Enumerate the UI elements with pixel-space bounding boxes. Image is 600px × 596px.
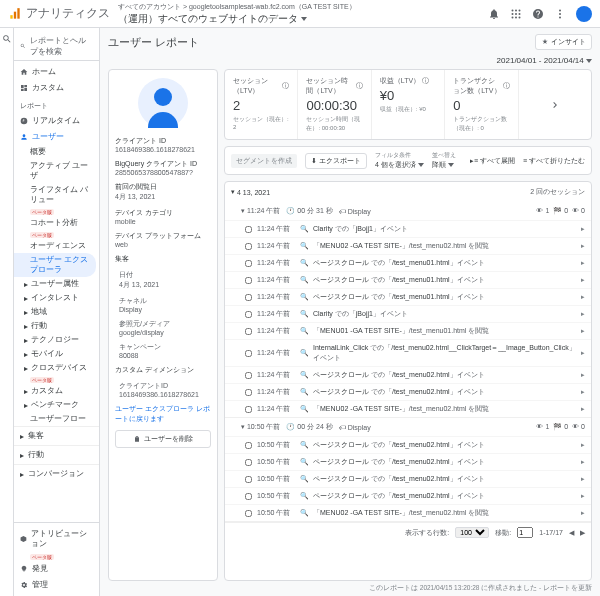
search-icon[interactable] (2, 34, 12, 44)
nav-user[interactable]: ユーザー (14, 129, 99, 145)
nav-user-attr[interactable]: ▸ ユーザー属性 (14, 277, 99, 291)
explorer-back-link[interactable]: ユーザー エクスプローラ レポートに戻ります (115, 404, 211, 424)
magnifier-icon: 🔍 (300, 276, 308, 284)
nav-user-active[interactable]: アクティブ ユーザ (14, 159, 99, 183)
property-selector[interactable]: すべてのアカウント > googletoolsamplesat-wab.fc2.… (118, 2, 356, 26)
expand-row[interactable]: ▸ (581, 276, 585, 284)
help-icon[interactable]: ⓘ (422, 76, 429, 86)
nav-user-overview[interactable]: 概要 (14, 145, 99, 159)
timeline-date-header[interactable]: ▾ 4 13, 20212 回のセッション (225, 182, 591, 202)
help-icon[interactable]: ⓘ (356, 81, 363, 91)
row-checkbox[interactable] (245, 328, 252, 335)
expand-row[interactable]: ▸ (581, 509, 585, 517)
row-checkbox[interactable] (245, 406, 252, 413)
nav-user-behavior[interactable]: ▸ 行動 (14, 319, 99, 333)
timeline-row: 11:24 午前🔍「MENU02 -GA TEST SITE-」/test_me… (225, 237, 591, 254)
nav-acquisition[interactable]: ▸集客 (14, 426, 99, 445)
timeline-row: 11:24 午前🔍「MENU01 -GA TEST SITE-」/test_me… (225, 322, 591, 339)
expand-row[interactable]: ▸ (581, 225, 585, 233)
expand-row[interactable]: ▸ (581, 475, 585, 483)
delete-user-button[interactable]: ユーザーを削除 (115, 430, 211, 448)
nav-attribution[interactable]: アトリビューション (14, 526, 99, 552)
insight-button[interactable]: インサイト (535, 34, 592, 50)
svg-rect-1 (14, 11, 16, 18)
row-checkbox[interactable] (245, 294, 252, 301)
nav-user-flow[interactable]: ユーザーフロー (14, 412, 99, 426)
bell-icon[interactable] (488, 8, 500, 20)
row-checkbox[interactable] (245, 311, 252, 318)
nav-user-cross[interactable]: ▸ クロスデバイス (14, 361, 99, 375)
nav-user-tech[interactable]: ▸ テクノロジー (14, 333, 99, 347)
nav-user-geo[interactable]: ▸ 地域 (14, 305, 99, 319)
date-range-picker[interactable]: 2021/04/01 - 2021/04/14 (100, 56, 600, 69)
beta-badge: ベータ版 (30, 209, 54, 215)
help-icon[interactable] (532, 8, 544, 20)
collapse-all[interactable]: ≡ すべて折りたたむ (523, 156, 585, 166)
row-checkbox[interactable] (245, 372, 252, 379)
session-stat: 👁 1 (536, 423, 549, 431)
nav-user-ltv[interactable]: ライフタイム バリュー (14, 183, 99, 207)
create-segment[interactable]: セグメントを作成 (231, 154, 297, 168)
nav-home[interactable]: ホーム (14, 64, 99, 80)
nav-user-mobile[interactable]: ▸ モバイル (14, 347, 99, 361)
row-checkbox[interactable] (245, 277, 252, 284)
nav-search[interactable]: レポートとヘルプを検索 (14, 32, 99, 61)
nav-user-cohort[interactable]: コホート分析 (14, 216, 99, 230)
row-checkbox[interactable] (245, 493, 252, 500)
row-checkbox[interactable] (245, 350, 252, 357)
user-avatar[interactable] (576, 6, 592, 22)
help-icon[interactable]: ⓘ (282, 81, 289, 91)
metric-next[interactable] (519, 70, 591, 139)
expand-row[interactable]: ▸ (581, 441, 585, 449)
filter-select[interactable]: 4 個を選択済 (375, 160, 424, 170)
expand-row[interactable]: ▸ (581, 371, 585, 379)
row-checkbox[interactable] (245, 476, 252, 483)
apps-icon[interactable] (510, 8, 522, 20)
page-next[interactable]: ▶ (580, 529, 585, 537)
gear-icon (20, 581, 28, 589)
page-prev[interactable]: ◀ (569, 529, 574, 537)
export-button[interactable]: ⬇ エクスポート (305, 153, 367, 169)
row-checkbox[interactable] (245, 442, 252, 449)
expand-row[interactable]: ▸ (581, 458, 585, 466)
expand-row[interactable]: ▸ (581, 310, 585, 318)
expand-row[interactable]: ▸ (581, 492, 585, 500)
expand-row[interactable]: ▸ (581, 293, 585, 301)
insights-icon (541, 38, 549, 46)
sort-select[interactable]: 降順 (432, 160, 456, 170)
row-checkbox[interactable] (245, 459, 252, 466)
row-checkbox[interactable] (245, 260, 252, 267)
help-icon[interactable]: ⓘ (503, 81, 510, 91)
nav-user-interest[interactable]: ▸ インタレスト (14, 291, 99, 305)
expand-row[interactable]: ▸ (581, 259, 585, 267)
expand-row[interactable]: ▸ (581, 388, 585, 396)
expand-row[interactable]: ▸ (581, 405, 585, 413)
lightbulb-icon (20, 565, 28, 573)
row-checkbox[interactable] (245, 243, 252, 250)
goto-input[interactable] (517, 527, 533, 538)
expand-row[interactable]: ▸ (581, 242, 585, 250)
more-vert-icon[interactable] (554, 8, 566, 20)
row-checkbox[interactable] (245, 510, 252, 517)
expand-row[interactable]: ▸ (581, 327, 585, 335)
nav-realtime[interactable]: リアルタイム (14, 113, 99, 129)
row-checkbox[interactable] (245, 226, 252, 233)
session-header[interactable]: ▾ 10:50 午前🕐 00 分 24 秒🏷 Display👁 1🏁 0👁 0 (225, 418, 591, 436)
session-header[interactable]: ▾ 11:24 午前🕐 00 分 31 秒🏷 Display👁 1🏁 0👁 0 (225, 202, 591, 220)
nav-admin[interactable]: 管理 (14, 577, 99, 593)
expand-all[interactable]: ▸≡ すべて展開 (470, 156, 515, 166)
rows-per-page[interactable]: 100 (455, 527, 489, 538)
row-checkbox[interactable] (245, 389, 252, 396)
ga-logo[interactable]: アナリティクス (8, 5, 110, 22)
nav-user-explorer[interactable]: ユーザー エクスプローラ (14, 253, 96, 277)
nav-behavior[interactable]: ▸行動 (14, 445, 99, 464)
nav-discover[interactable]: 発見 (14, 561, 99, 577)
caret-down-icon (448, 163, 454, 167)
nav-user-bench[interactable]: ▸ ベンチマーク (14, 398, 99, 412)
nav-custom[interactable]: カスタム (14, 80, 99, 96)
nav-conversion[interactable]: ▸コンバージョン (14, 464, 99, 483)
nav-user-audience[interactable]: オーディエンス (14, 239, 99, 253)
profile-field: BigQuery クライアント ID2855065378800547887? (115, 159, 211, 176)
expand-row[interactable]: ▸ (581, 349, 585, 357)
nav-user-cust[interactable]: ▸ カスタム (14, 384, 99, 398)
